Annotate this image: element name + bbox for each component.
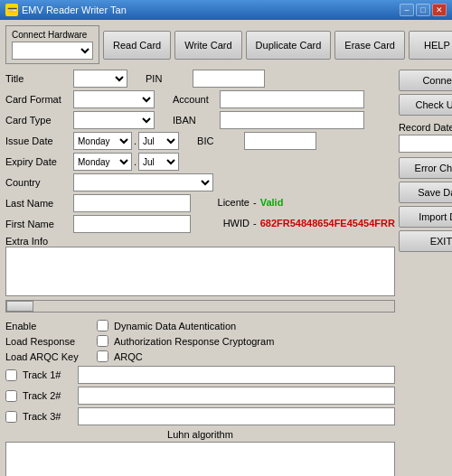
luhn-textarea[interactable] [5, 442, 395, 476]
track1-row: Track 1# [5, 366, 395, 384]
track3-input[interactable] [78, 407, 395, 425]
card-type-label: Card Type [5, 115, 73, 126]
track1-checkbox[interactable] [5, 369, 17, 381]
load-arqc-key-label: Load ARQC Key [5, 351, 91, 362]
expiry-month-select[interactable]: Jul [138, 153, 179, 171]
scrollbar-thumb [6, 301, 33, 312]
account-label: Account [173, 94, 220, 105]
hwid-label: HWID [200, 218, 250, 229]
license-label: Licente [200, 197, 250, 208]
help-button[interactable]: HELP [409, 31, 452, 60]
load-response-label: Load Response [5, 336, 91, 347]
maximize-button[interactable]: □ [416, 4, 430, 16]
bic-input[interactable] [244, 132, 316, 150]
issue-date-row: Issue Date Monday . Jul BIC [5, 132, 395, 150]
license-value: Valid [260, 197, 284, 208]
bic-label: BIC [197, 135, 244, 146]
last-name-row: Last Name Licente - Valid [5, 194, 395, 212]
arqc-label: ARQC [114, 351, 143, 362]
main-content: Connect Hardware Read Card Write Card Du… [0, 20, 452, 476]
scrollbar[interactable] [5, 300, 395, 313]
issue-day-select[interactable]: Monday [73, 132, 132, 150]
track2-input[interactable] [78, 387, 395, 405]
card-type-select[interactable] [73, 111, 155, 129]
track3-label: Track 3# [23, 411, 72, 422]
expiry-date-label: Expiry Date [5, 156, 73, 167]
track3-checkbox[interactable] [5, 411, 17, 423]
card-format-select[interactable] [73, 90, 155, 108]
erase-card-button[interactable]: Erase Card [334, 31, 405, 60]
right-column: Connect Check USB Record Date Error Chec… [399, 70, 452, 476]
iban-input[interactable] [220, 111, 364, 129]
form-area: Title PIN Card Format Account [5, 70, 447, 476]
country-label: Country [5, 177, 73, 188]
track2-row: Track 2# [5, 387, 395, 405]
last-name-input[interactable] [73, 194, 191, 212]
error-check-button[interactable]: Error Check [399, 157, 452, 179]
extra-info-label: Extra Info [5, 236, 48, 247]
left-column: Title PIN Card Format Account [5, 70, 395, 476]
import-db-button[interactable]: Import DB [399, 206, 452, 228]
title-label: Title [5, 73, 73, 84]
track1-input[interactable] [78, 366, 395, 384]
card-type-row: Card Type IBAN [5, 111, 395, 129]
load-response-row: Load Response Authorization Response Cry… [5, 335, 395, 347]
extra-info-textarea[interactable] [5, 247, 395, 296]
country-select[interactable] [73, 173, 213, 191]
expiry-date-row: Expiry Date Monday . Jul [5, 153, 395, 171]
read-card-button[interactable]: Read Card [103, 31, 171, 60]
connect-hardware-label: Connect Hardware [12, 30, 93, 40]
title-row: Title PIN [5, 70, 395, 88]
track3-row: Track 3# [5, 407, 395, 425]
enable-row: Enable Dynamic Data Autentication [5, 320, 395, 331]
load-arqc-row: Load ARQC Key ARQC [5, 350, 395, 362]
app-icon: 💳 [5, 4, 18, 16]
connect-hardware-group: Connect Hardware [5, 25, 99, 64]
close-button[interactable]: ✕ [432, 4, 447, 16]
minimize-button[interactable]: – [400, 4, 414, 16]
country-row: Country [5, 173, 395, 191]
write-card-button[interactable]: Write Card [174, 31, 241, 60]
connect-hardware-select[interactable] [12, 42, 93, 60]
track-section: Track 1# Track 2# Track 3# [5, 366, 395, 425]
dynamic-data-checkbox[interactable] [97, 320, 108, 331]
expiry-day-select[interactable]: Monday [73, 153, 132, 171]
first-name-label: First Name [5, 219, 73, 229]
first-name-input[interactable] [73, 215, 191, 233]
track1-label: Track 1# [23, 369, 72, 380]
card-format-row: Card Format Account [5, 90, 395, 108]
record-date-input[interactable] [399, 135, 452, 153]
app-title: EMV Reader Writer Tan [22, 5, 127, 15]
extra-info-section: Extra Info [5, 236, 395, 313]
pin-input[interactable] [193, 70, 265, 88]
save-data-button[interactable]: Save Data [399, 182, 452, 203]
hwid-value: 682FR54848654FE45454FRR [260, 218, 395, 229]
dynamic-data-label: Dynamic Data Autentication [114, 321, 236, 331]
card-format-label: Card Format [5, 94, 73, 105]
track2-checkbox[interactable] [5, 390, 17, 402]
arqc-checkbox[interactable] [97, 350, 108, 362]
account-input[interactable] [220, 90, 364, 108]
iban-label: IBAN [173, 115, 220, 126]
license-dash: - [253, 197, 257, 208]
auth-response-label: Authorization Response Cryptogram [114, 336, 274, 347]
license-row: Licente - Valid [200, 197, 283, 208]
luhn-section: Luhn algorithm [5, 429, 395, 476]
title-bar: 💳 EMV Reader Writer Tan – □ ✕ [0, 0, 452, 20]
check-usb-button[interactable]: Check USB [399, 94, 452, 116]
title-select[interactable] [73, 70, 127, 88]
exit-button[interactable]: EXIT [399, 230, 452, 252]
record-date-label: Record Date [399, 122, 452, 133]
issue-date-label: Issue Date [5, 135, 73, 146]
hwid-row: HWID - 682FR54848654FE45454FRR [200, 218, 395, 229]
pin-label: PIN [146, 73, 193, 84]
window-controls: – □ ✕ [400, 4, 447, 16]
first-name-row: First Name HWID - 682FR54848654FE45454FR… [5, 215, 395, 233]
connect-button[interactable]: Connect [399, 70, 452, 91]
enable-label: Enable [5, 321, 91, 331]
track2-label: Track 2# [23, 390, 72, 401]
duplicate-card-button[interactable]: Duplicate Card [246, 31, 332, 60]
issue-month-select[interactable]: Jul [138, 132, 179, 150]
toolbar: Connect Hardware Read Card Write Card Du… [5, 25, 447, 64]
auth-response-checkbox[interactable] [97, 335, 108, 347]
